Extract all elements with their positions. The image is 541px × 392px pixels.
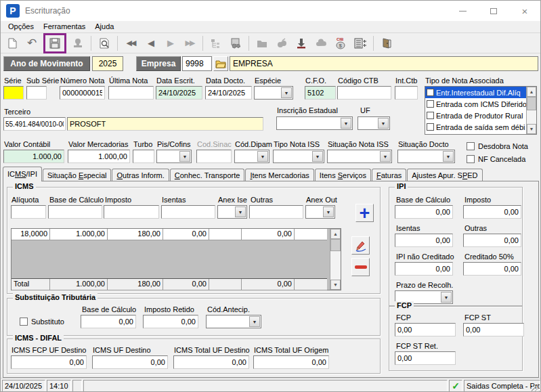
- ipi-imposto-field[interactable]: [463, 205, 521, 219]
- report-button[interactable]: [352, 35, 368, 51]
- dropdown-button[interactable]: ▼: [341, 118, 351, 129]
- especie-combo[interactable]: 55 NF-E ▼: [254, 86, 293, 100]
- last-record-button[interactable]: ▶▶: [181, 35, 198, 51]
- undo-button[interactable]: ↶: [24, 35, 40, 51]
- data-docto-field[interactable]: [205, 86, 252, 100]
- list-item[interactable]: Entr.Interestadual Dif.Alíq: [425, 87, 527, 98]
- first-record-button[interactable]: ◀◀: [123, 35, 139, 51]
- empresa-name-field[interactable]: [230, 56, 538, 71]
- dropdown-button[interactable]: ▼: [312, 151, 323, 162]
- exit-button[interactable]: [378, 35, 395, 51]
- dropdown-button[interactable]: ▼: [249, 316, 260, 327]
- anex-ise-combo[interactable]: ▼: [217, 205, 247, 219]
- cod-sinac-field[interactable]: [196, 150, 232, 163]
- scroll-down-button[interactable]: ▼: [527, 124, 536, 134]
- terceiro-codigo-field[interactable]: [3, 117, 66, 131]
- import-button[interactable]: [293, 35, 309, 51]
- ipi-nao-creditado-field[interactable]: [395, 262, 453, 276]
- delete-row-button[interactable]: [351, 258, 370, 276]
- stamp-button[interactable]: [70, 35, 86, 51]
- uf-combo[interactable]: SP ▼: [358, 116, 390, 130]
- scroll-up-button[interactable]: ▲: [527, 87, 536, 97]
- checkbox-icon[interactable]: [427, 89, 434, 96]
- dropdown-button[interactable]: ▼: [380, 151, 391, 162]
- minimize-button[interactable]: [447, 1, 478, 21]
- scroll-up-button[interactable]: ▲: [330, 229, 341, 239]
- ipi-creditado50-field[interactable]: [463, 262, 521, 276]
- menu-ajuda[interactable]: Ajuda: [90, 21, 118, 33]
- empresa-code-field[interactable]: [182, 56, 212, 71]
- pis-cofins-combo[interactable]: ▼: [156, 150, 192, 163]
- cfo-field[interactable]: [305, 86, 336, 100]
- scroll-down-button[interactable]: ▼: [330, 280, 341, 290]
- fcp-st-field[interactable]: [463, 323, 524, 336]
- base-calculo-field[interactable]: [48, 205, 102, 219]
- menu-opcoes[interactable]: Opções: [3, 21, 39, 33]
- edit-row-button[interactable]: [351, 236, 370, 255]
- difal-total-uf-origem-field[interactable]: [253, 355, 329, 369]
- scrollbar-thumb[interactable]: [330, 239, 341, 251]
- tab-itens-mercadorias[interactable]: Itens Mercadorias: [245, 169, 313, 181]
- ultima-nota-field[interactable]: [108, 86, 154, 100]
- prior-record-button[interactable]: ◀: [142, 35, 158, 51]
- tab-itens-servicos[interactable]: Itens Serviços: [315, 169, 371, 181]
- ano-movimento-field[interactable]: [92, 56, 123, 71]
- ipi-outras-field[interactable]: [463, 234, 521, 247]
- next-record-button[interactable]: ▶: [162, 35, 178, 51]
- dropdown-button[interactable]: ▼: [257, 151, 268, 162]
- process-button[interactable]: [228, 35, 244, 51]
- dropdown-button[interactable]: ▼: [179, 151, 190, 162]
- ipi-isentas-field[interactable]: [395, 234, 453, 247]
- fcp-st-ret-field[interactable]: [395, 351, 456, 365]
- checkbox-icon[interactable]: [427, 123, 434, 131]
- new-document-button[interactable]: [4, 35, 20, 51]
- imposto-field[interactable]: [104, 205, 159, 219]
- list-item[interactable]: Entrada com ICMS Diferido: [425, 98, 527, 110]
- situacao-docto-combo[interactable]: ▼: [397, 150, 455, 163]
- tab-outras-inform[interactable]: Outras Inform.: [112, 169, 169, 181]
- table-row[interactable]: 18,0000 1.000,00 180,00 0,00 0,00: [12, 229, 327, 240]
- list-item[interactable]: Entrada de saída sem débi: [425, 121, 527, 133]
- inscricao-estadual-combo[interactable]: Inscrição em branco ▼: [276, 116, 353, 130]
- cib-search-button[interactable]: CIB$: [332, 35, 349, 51]
- dropdown-button[interactable]: ▼: [323, 206, 334, 217]
- tab-ajustes-apur-sped[interactable]: Ajustes Apur. SPED: [407, 169, 482, 181]
- aliquota-field[interactable]: [11, 205, 46, 219]
- desdobra-nota-checkbox[interactable]: Desdobra Nota: [467, 142, 528, 150]
- serie-field[interactable]: [3, 86, 24, 100]
- substituto-checkbox[interactable]: Substituto: [20, 318, 64, 326]
- save-button[interactable]: [47, 35, 63, 51]
- resize-grip[interactable]: [532, 384, 540, 392]
- empresa-lookup-button[interactable]: [213, 56, 228, 71]
- checkbox-icon[interactable]: [427, 112, 434, 119]
- dropdown-button[interactable]: ▼: [443, 151, 454, 162]
- dropdown-button[interactable]: ▼: [441, 292, 452, 303]
- tipo-nota-iss-combo[interactable]: ▼: [273, 150, 324, 163]
- dropdown-button[interactable]: ▼: [378, 118, 389, 129]
- scrollbar-thumb[interactable]: [527, 97, 536, 110]
- valor-contabil-field[interactable]: [3, 150, 64, 163]
- print-preview-button[interactable]: [96, 35, 112, 51]
- cloud-button[interactable]: [313, 35, 329, 51]
- isentas-field[interactable]: [161, 205, 215, 219]
- int-ctb-field[interactable]: [395, 86, 418, 100]
- st-cod-antecip-combo[interactable]: ▼: [206, 315, 261, 328]
- dropdown-button[interactable]: ▼: [281, 87, 292, 98]
- tab-situacao-especial[interactable]: Situação Especial: [43, 169, 111, 181]
- sub-serie-field[interactable]: [26, 86, 47, 100]
- menu-ferramentas[interactable]: Ferramentas: [39, 21, 90, 33]
- difal-uf-destino-field[interactable]: [92, 355, 168, 369]
- checkbox-icon[interactable]: [427, 100, 434, 108]
- anex-out-combo[interactable]: ▼: [305, 205, 335, 219]
- terceiro-nome-field[interactable]: [67, 117, 263, 131]
- list-scrollbar[interactable]: ▲ ▼: [526, 87, 536, 134]
- tab-faturas[interactable]: Faturas: [372, 169, 406, 181]
- cod-dipam-combo[interactable]: ▼: [234, 150, 269, 163]
- grid-scrollbar[interactable]: ▲ ▼: [330, 229, 341, 290]
- turbo-field[interactable]: [133, 150, 154, 163]
- situacao-nota-iss-combo[interactable]: ▼: [327, 150, 392, 163]
- fcp-field[interactable]: [395, 323, 456, 336]
- tree-view-button[interactable]: [208, 35, 224, 51]
- difal-fcp-uf-destino-field[interactable]: [11, 355, 87, 369]
- add-row-button[interactable]: +: [355, 204, 374, 222]
